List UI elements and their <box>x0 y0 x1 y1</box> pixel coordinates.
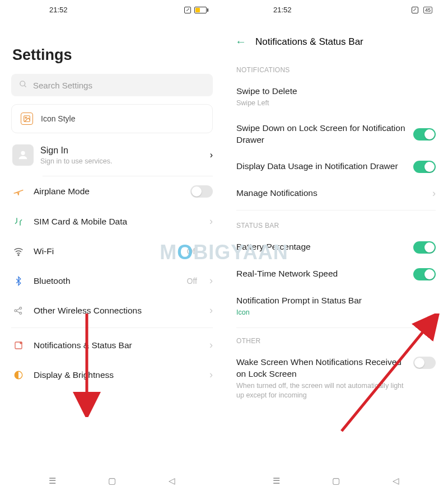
row-manage-notifications[interactable]: Manage Notifications › <box>224 180 448 207</box>
rotation-icon: ⤢ <box>412 7 418 13</box>
nav-home-icon[interactable]: ▢ <box>108 476 116 486</box>
row-label: Other Wireless Connections <box>34 306 200 316</box>
page-header: ← Notifications & Status Bar <box>224 18 448 58</box>
row-airplane-mode[interactable]: Airplane Mode <box>0 176 224 207</box>
screen-notifications-statusbar: 21:52 ⤢ 45 ← Notifications & Status Bar … <box>224 0 448 496</box>
wifi-icon <box>12 246 25 257</box>
section-other: OTHER <box>224 329 448 349</box>
toggle-airplane[interactable] <box>190 185 213 198</box>
signin-sub: Sign in to use services. <box>40 157 203 165</box>
row-sub: When turned off, the screen will not aut… <box>236 381 405 400</box>
sim-icon <box>12 217 25 227</box>
svg-point-4 <box>21 151 25 155</box>
row-label: Airplane Mode <box>34 186 181 196</box>
row-label: Battery Percentage <box>236 241 405 253</box>
row-sub: Icon <box>236 308 436 317</box>
svg-line-1 <box>24 85 26 87</box>
header-title: Notifications & Status Bar <box>255 36 363 48</box>
status-time: 21:52 <box>234 6 292 14</box>
row-swipe-delete[interactable]: Swipe to Delete Swipe Left <box>224 78 448 115</box>
system-navbar: ☰ ▢ ◁ <box>0 468 224 496</box>
nav-back-icon[interactable]: ◁ <box>169 476 175 486</box>
back-arrow-icon[interactable]: ← <box>235 35 246 48</box>
status-icons: ⤢ <box>184 7 214 13</box>
row-label: Wake Screen When Notifications Received … <box>236 357 405 380</box>
svg-point-10 <box>20 341 22 344</box>
brightness-icon <box>12 370 25 380</box>
notification-icon <box>12 340 25 350</box>
toggle[interactable] <box>413 128 436 141</box>
chevron-right-icon: › <box>209 216 213 227</box>
row-label: Wi-Fi <box>34 246 178 256</box>
section-notifications: NOTIFICATIONS <box>224 58 448 78</box>
row-network-speed[interactable]: Real-Time Network Speed <box>224 261 448 288</box>
row-label: Manage Notifications <box>236 188 424 199</box>
system-navbar: ☰ ▢ ◁ <box>224 468 448 496</box>
svg-point-5 <box>18 254 19 255</box>
row-label: Swipe Down on Lock Screen for Notificati… <box>236 123 405 146</box>
row-label: SIM Card & Mobile Data <box>34 217 200 227</box>
row-label: Notifications & Status Bar <box>34 340 200 350</box>
row-other-wireless[interactable]: Other Wireless Connections › <box>0 296 224 325</box>
row-notifications-statusbar[interactable]: Notifications & Status Bar › <box>0 330 224 360</box>
icon-style-label: Icon Style <box>41 114 75 123</box>
row-data-usage[interactable]: Display Data Usage in Notification Drawe… <box>224 153 448 180</box>
chevron-right-icon: › <box>210 150 213 160</box>
page-title: Settings <box>0 18 224 74</box>
row-bluetooth[interactable]: Bluetooth Off › <box>0 266 224 296</box>
airplane-icon <box>12 186 25 197</box>
battery-icon <box>194 7 208 13</box>
chevron-right-icon: › <box>209 369 213 381</box>
row-wifi[interactable]: Wi-Fi Off › <box>0 236 224 266</box>
nav-back-icon[interactable]: ◁ <box>393 476 399 486</box>
row-notification-prompt[interactable]: Notification Prompt in Status Bar Icon <box>224 288 448 325</box>
divider <box>236 210 436 210</box>
search-icon <box>19 80 27 90</box>
rotation-icon: ⤢ <box>184 7 191 13</box>
screen-settings: 21:52 ⤢ Settings Search Settings Icon St… <box>0 0 224 496</box>
toggle[interactable] <box>413 357 436 369</box>
chevron-right-icon: › <box>209 245 213 257</box>
nav-recent-icon[interactable]: ☰ <box>273 476 280 486</box>
row-label: Display & Brightness <box>34 370 200 380</box>
nav-recent-icon[interactable]: ☰ <box>49 476 56 486</box>
row-swipe-down-lock[interactable]: Swipe Down on Lock Screen for Notificati… <box>224 115 448 153</box>
toggle[interactable] <box>413 161 436 173</box>
divider <box>236 327 436 328</box>
status-bar: 21:52 ⤢ 45 <box>224 0 448 18</box>
share-icon <box>12 306 25 316</box>
divider <box>11 327 213 328</box>
toggle-network-speed[interactable] <box>413 268 436 280</box>
avatar-icon <box>12 144 34 166</box>
row-sim-data[interactable]: SIM Card & Mobile Data › <box>0 207 224 236</box>
image-icon <box>21 113 33 125</box>
row-wake-screen[interactable]: Wake Screen When Notifications Received … <box>224 349 448 408</box>
chevron-right-icon: › <box>209 275 213 287</box>
status-bar: 21:52 ⤢ <box>0 0 224 18</box>
signin-row[interactable]: Sign In Sign in to use services. › <box>0 141 224 176</box>
row-sub: Swipe Left <box>236 99 436 108</box>
toggle[interactable] <box>413 241 436 254</box>
row-label: Display Data Usage in Notification Drawe… <box>236 161 405 172</box>
chevron-right-icon: › <box>209 339 213 351</box>
svg-point-3 <box>25 117 26 118</box>
chevron-right-icon: › <box>432 188 436 199</box>
status-icons: ⤢ 45 <box>412 7 438 13</box>
row-value: Off <box>187 247 197 256</box>
battery-percentage: 45 <box>423 7 432 13</box>
section-statusbar: STATUS BAR <box>224 214 448 234</box>
signin-title: Sign In <box>40 146 203 156</box>
row-label: Notification Prompt in Status Bar <box>236 295 436 307</box>
icon-style-card[interactable]: Icon Style <box>11 104 213 133</box>
row-label: Bluetooth <box>34 276 178 286</box>
row-display-brightness[interactable]: Display & Brightness › <box>0 360 224 390</box>
row-label: Real-Time Network Speed <box>236 268 405 280</box>
search-placeholder: Search Settings <box>33 81 92 90</box>
bluetooth-icon <box>12 276 25 286</box>
settings-list: Airplane Mode SIM Card & Mobile Data › W… <box>0 176 224 468</box>
search-input[interactable]: Search Settings <box>11 74 213 96</box>
chevron-right-icon: › <box>209 305 213 316</box>
nav-home-icon[interactable]: ▢ <box>332 476 340 486</box>
svg-point-0 <box>20 81 25 86</box>
row-battery-percentage[interactable]: Battery Percentage <box>224 234 448 261</box>
